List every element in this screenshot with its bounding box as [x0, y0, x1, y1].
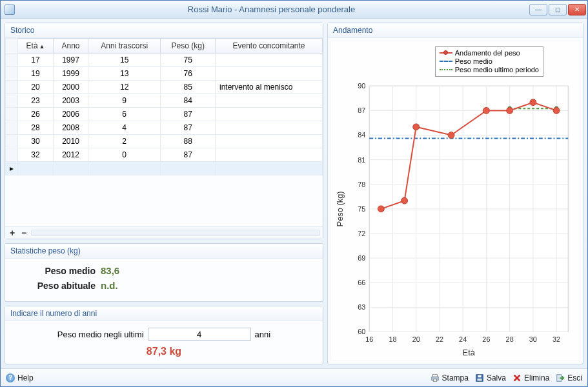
cell-evento[interactable]: [216, 135, 323, 148]
svg-point-49: [483, 107, 489, 114]
add-row-button[interactable]: +: [8, 228, 17, 237]
svg-rect-57: [433, 379, 436, 381]
svg-text:Età: Età: [463, 348, 476, 357]
esci-button[interactable]: Esci: [556, 373, 582, 382]
cell-trascorsi[interactable]: 9: [88, 94, 161, 108]
remove-row-button[interactable]: −: [19, 228, 28, 237]
table-row[interactable]: 1919991376: [6, 67, 323, 81]
col-anno[interactable]: Anno: [54, 39, 88, 54]
table-row-new[interactable]: ▸: [6, 162, 323, 175]
svg-point-48: [448, 132, 454, 139]
table-row[interactable]: 1719971575: [6, 54, 323, 67]
cell-eta[interactable]: 26: [18, 108, 54, 121]
periodo-anni-input[interactable]: [148, 328, 251, 341]
table-row[interactable]: 262006687: [6, 108, 323, 121]
cell-evento[interactable]: [216, 67, 323, 81]
storico-table-wrap[interactable]: Età▲ Anno Anni trascorsi Peso (kg) Event…: [5, 38, 323, 227]
cell-anno[interactable]: 2003: [54, 94, 88, 108]
close-button[interactable]: ✕: [568, 4, 586, 15]
cell-eta[interactable]: 30: [18, 135, 54, 148]
andamento-panel: Andamento Andamento del peso Peso medio …: [327, 23, 583, 364]
cell-evento[interactable]: intervento al menisco: [216, 81, 323, 94]
col-trascorsi[interactable]: Anni trascorsi: [88, 39, 161, 54]
help-icon: ?: [6, 373, 15, 382]
sort-asc-icon: ▲: [39, 43, 45, 50]
svg-point-45: [378, 206, 384, 212]
svg-text:66: 66: [358, 279, 365, 286]
horizontal-scrollbar[interactable]: [31, 230, 320, 236]
svg-text:22: 22: [436, 335, 443, 343]
salva-button[interactable]: Salva: [475, 373, 506, 382]
cell-eta[interactable]: 23: [18, 94, 54, 108]
cell-peso[interactable]: 84: [161, 94, 216, 108]
storico-header: Storico: [5, 23, 323, 38]
cell-peso[interactable]: 85: [161, 81, 216, 94]
row-marker: [6, 94, 18, 108]
svg-text:18: 18: [389, 335, 396, 343]
svg-text:32: 32: [553, 335, 560, 343]
table-row[interactable]: 2020001285intervento al menisco: [6, 81, 323, 94]
andamento-header: Andamento: [328, 23, 583, 38]
cell-trascorsi[interactable]: 2: [88, 135, 161, 148]
col-eta[interactable]: Età▲: [18, 39, 54, 54]
cell-peso[interactable]: 87: [161, 108, 216, 121]
cell-eta[interactable]: 17: [18, 54, 54, 67]
cell-evento[interactable]: [216, 148, 323, 162]
cell-anno[interactable]: 2010: [54, 135, 88, 148]
cell-eta[interactable]: 32: [18, 148, 54, 162]
maximize-button[interactable]: ◻: [549, 4, 567, 15]
chart-svg: 6063666972757881848790161820222426283032…: [331, 41, 580, 361]
svg-text:Peso (kg): Peso (kg): [335, 191, 345, 226]
cell-peso[interactable]: 75: [161, 54, 216, 67]
cell-peso[interactable]: 87: [161, 148, 216, 162]
cell-trascorsi[interactable]: 15: [88, 54, 161, 67]
content-area: Storico Età▲ Anno Anni trascorsi Peso (k…: [1, 19, 587, 368]
stampa-button[interactable]: Stampa: [431, 373, 469, 382]
periodo-suffix: anni: [255, 330, 271, 339]
cell-trascorsi[interactable]: 13: [88, 67, 161, 81]
help-button[interactable]: ? Help: [6, 373, 34, 382]
svg-text:72: 72: [358, 230, 365, 237]
table-row[interactable]: 322012087: [6, 148, 323, 162]
cell-peso[interactable]: 76: [161, 67, 216, 81]
cell-eta[interactable]: 28: [18, 121, 54, 135]
row-marker: [6, 121, 18, 135]
svg-text:63: 63: [358, 303, 365, 311]
cell-anno[interactable]: 1999: [54, 67, 88, 81]
cell-peso[interactable]: 88: [161, 135, 216, 148]
svg-text:69: 69: [358, 254, 365, 262]
table-row[interactable]: 232003984: [6, 94, 323, 108]
cell-evento[interactable]: [216, 94, 323, 108]
svg-point-50: [507, 107, 513, 114]
cell-anno[interactable]: 2008: [54, 121, 88, 135]
cell-evento[interactable]: [216, 108, 323, 121]
svg-point-47: [413, 124, 420, 130]
cell-evento[interactable]: [216, 54, 323, 67]
svg-text:90: 90: [358, 82, 365, 90]
svg-text:78: 78: [358, 181, 365, 188]
cell-trascorsi[interactable]: 6: [88, 108, 161, 121]
table-row[interactable]: 302010288: [6, 135, 323, 148]
app-window: Rossi Mario - Anamnesi personale pondera…: [0, 0, 588, 387]
cell-peso[interactable]: 87: [161, 121, 216, 135]
cell-evento[interactable]: [216, 121, 323, 135]
cell-eta[interactable]: 19: [18, 67, 54, 81]
cell-trascorsi[interactable]: 4: [88, 121, 161, 135]
table-row[interactable]: 282008487: [6, 121, 323, 135]
cell-anno[interactable]: 1997: [54, 54, 88, 67]
cell-anno[interactable]: 2006: [54, 108, 88, 121]
cell-eta[interactable]: 20: [18, 81, 54, 94]
svg-text:60: 60: [358, 328, 365, 335]
col-evento[interactable]: Evento concomitante: [216, 39, 323, 54]
cell-anno[interactable]: 2000: [54, 81, 88, 94]
storico-panel: Storico Età▲ Anno Anni trascorsi Peso (k…: [5, 23, 323, 239]
svg-rect-55: [432, 374, 437, 377]
svg-text:24: 24: [459, 335, 467, 343]
elimina-button[interactable]: Elimina: [512, 373, 549, 382]
minimize-button[interactable]: —: [529, 4, 547, 15]
col-peso[interactable]: Peso (kg): [161, 39, 216, 54]
svg-text:28: 28: [506, 335, 514, 343]
cell-anno[interactable]: 2012: [54, 148, 88, 162]
cell-trascorsi[interactable]: 0: [88, 148, 161, 162]
cell-trascorsi[interactable]: 12: [88, 81, 161, 94]
